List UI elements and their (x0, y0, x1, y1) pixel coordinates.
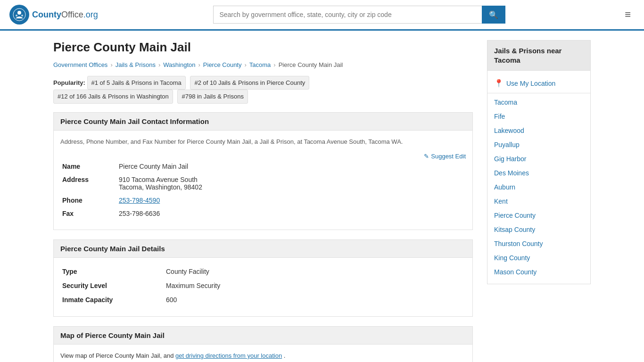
sidebar-divider (487, 93, 590, 93)
breadcrumb-link-pierce[interactable]: Pierce County (203, 61, 242, 68)
search-area: 🔍 (213, 6, 505, 24)
type-value: County Facility (164, 264, 466, 279)
search-input[interactable] (213, 6, 482, 24)
logo-icon (9, 5, 29, 25)
search-icon: 🔍 (489, 10, 498, 19)
fax-value: 253-798-6636 (117, 207, 466, 220)
sidebar-item-mason-county[interactable]: Mason County (487, 265, 590, 279)
contact-address-row: Address 910 Tacoma Avenue South Tacoma, … (60, 173, 466, 194)
logo[interactable]: CountyOffice.org (9, 5, 98, 25)
use-location-label: Use My Location (506, 80, 555, 87)
menu-button[interactable]: ≡ (621, 7, 635, 23)
details-type-row: Type County Facility (60, 264, 466, 279)
contact-phone-row: Phone 253-798-4590 (60, 194, 466, 207)
location-dot-icon: 📍 (494, 79, 504, 88)
suggest-edit-icon: ✎ (424, 153, 429, 160)
use-my-location-button[interactable]: 📍 Use My Location (487, 75, 590, 91)
contact-description: Address, Phone Number, and Fax Number fo… (60, 137, 466, 147)
contact-info-table: Name Pierce County Main Jail Address 910… (60, 160, 466, 220)
fax-label: Fax (60, 207, 117, 220)
sidebar-item-fife[interactable]: Fife (487, 109, 590, 123)
popularity-badge-3: #12 of 166 Jails & Prisons in Washington (53, 90, 173, 103)
breadcrumb-current: Pierce County Main Jail (279, 61, 343, 68)
sidebar-item-tacoma[interactable]: Tacoma (487, 95, 590, 109)
sidebar-item-kitsap-county[interactable]: Kitsap County (487, 222, 590, 237)
sidebar-item-king-county[interactable]: King County (487, 251, 590, 265)
contact-section-header: Pierce County Main Jail Contact Informat… (53, 112, 473, 131)
breadcrumb-sep: › (110, 61, 112, 68)
sidebar: Jails & Prisons near Tacoma 📍 Use My Loc… (487, 40, 591, 362)
address-value: 910 Tacoma Avenue South Tacoma, Washingt… (117, 173, 466, 194)
contact-name-row: Name Pierce County Main Jail (60, 160, 466, 173)
map-directions-link[interactable]: get driving directions from your locatio… (175, 352, 282, 359)
sidebar-header: Jails & Prisons near Tacoma (487, 40, 591, 71)
security-label: Security Level (60, 279, 164, 293)
site-header: CountyOffice.org 🔍 ≡ (0, 0, 644, 31)
svg-point-2 (16, 15, 17, 16)
map-desc-prefix: View map of Pierce County Main Jail, and (60, 352, 173, 359)
breadcrumb-sep: › (198, 61, 200, 68)
svg-point-1 (17, 11, 21, 15)
map-section-body: View map of Pierce County Main Jail, and… (53, 345, 473, 362)
main-container: Pierce County Main Jail Government Offic… (39, 31, 605, 362)
sidebar-item-puyallup[interactable]: Puyallup (487, 138, 590, 152)
map-description: View map of Pierce County Main Jail, and… (60, 351, 466, 361)
name-label: Name (60, 160, 117, 173)
phone-value: 253-798-4590 (117, 194, 466, 207)
sidebar-item-gig-harbor[interactable]: Gig Harbor (487, 152, 590, 166)
breadcrumb: Government Offices › Jails & Prisons › W… (53, 61, 473, 68)
breadcrumb-sep: › (158, 61, 160, 68)
sidebar-body: 📍 Use My Location Tacoma Fife Lakewood P… (487, 71, 591, 284)
address-line2: Tacoma, Washington, 98402 (119, 183, 202, 191)
suggest-edit-link[interactable]: ✎ Suggest Edit (424, 153, 466, 160)
sidebar-item-thurston-county[interactable]: Thurston County (487, 237, 590, 251)
suggest-edit-label: Suggest Edit (431, 153, 466, 160)
popularity-label: Popularity: (53, 79, 85, 86)
address-label: Address (60, 173, 117, 194)
details-security-row: Security Level Maximum Security (60, 279, 466, 293)
breadcrumb-link-jails[interactable]: Jails & Prisons (116, 61, 156, 68)
details-section: Pierce County Main Jail Details Type Cou… (53, 239, 473, 317)
page-title: Pierce County Main Jail (53, 40, 473, 55)
security-value: Maximum Security (164, 279, 466, 293)
menu-icon: ≡ (625, 8, 631, 20)
contact-section-body: Address, Phone Number, and Fax Number fo… (53, 131, 473, 230)
breadcrumb-link-tacoma[interactable]: Tacoma (249, 61, 271, 68)
sidebar-item-auburn[interactable]: Auburn (487, 180, 590, 194)
popularity-badge-2: #2 of 10 Jails & Prisons in Pierce Count… (190, 76, 309, 90)
capacity-value: 600 (164, 293, 466, 307)
content-area: Pierce County Main Jail Government Offic… (53, 40, 473, 362)
map-section-header: Map of Pierce County Main Jail (53, 326, 473, 345)
logo-text: CountyOffice.org (32, 10, 98, 20)
phone-label: Phone (60, 194, 117, 207)
breadcrumb-link-washington[interactable]: Washington (163, 61, 195, 68)
name-value: Pierce County Main Jail (117, 160, 466, 173)
contact-section: Pierce County Main Jail Contact Informat… (53, 112, 473, 230)
map-section: Map of Pierce County Main Jail View map … (53, 326, 473, 362)
breadcrumb-link-govt[interactable]: Government Offices (53, 61, 107, 68)
details-section-header: Pierce County Main Jail Details (53, 239, 473, 258)
popularity-badge-1: #1 of 5 Jails & Prisons in Tacoma (87, 76, 186, 90)
svg-point-3 (21, 15, 23, 16)
breadcrumb-sep: › (244, 61, 246, 68)
map-desc-suffix: . (284, 352, 286, 359)
type-label: Type (60, 264, 164, 279)
details-table: Type County Facility Security Level Maxi… (60, 264, 466, 307)
popularity-section: Popularity: #1 of 5 Jails & Prisons in T… (53, 76, 473, 104)
search-button[interactable]: 🔍 (482, 6, 505, 24)
details-section-body: Type County Facility Security Level Maxi… (53, 258, 473, 317)
breadcrumb-sep: › (273, 61, 275, 68)
sidebar-item-lakewood[interactable]: Lakewood (487, 123, 590, 138)
capacity-label: Inmate Capacity (60, 293, 164, 307)
details-capacity-row: Inmate Capacity 600 (60, 293, 466, 307)
sidebar-item-des-moines[interactable]: Des Moines (487, 166, 590, 180)
sidebar-item-pierce-county[interactable]: Pierce County (487, 208, 590, 222)
popularity-badge-4: #798 in Jails & Prisons (177, 90, 248, 103)
sidebar-item-kent[interactable]: Kent (487, 194, 590, 208)
contact-fax-row: Fax 253-798-6636 (60, 207, 466, 220)
address-line1: 910 Tacoma Avenue South (119, 176, 198, 183)
phone-link[interactable]: 253-798-4590 (119, 197, 160, 204)
